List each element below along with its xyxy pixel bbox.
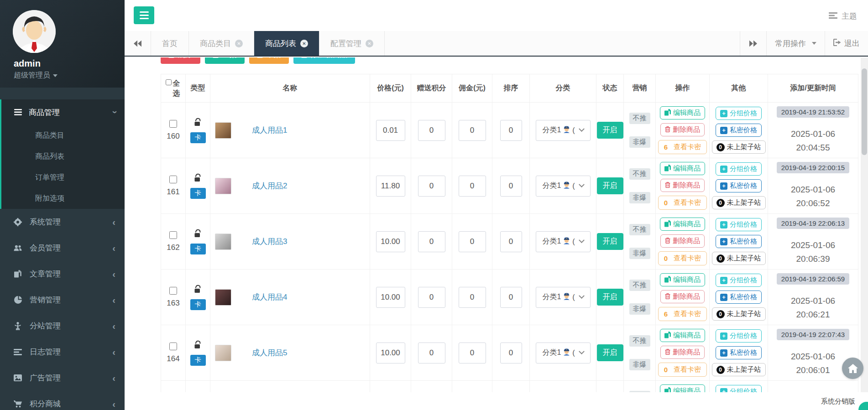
sort-input[interactable] xyxy=(500,120,522,141)
not-recommended-badge[interactable]: 不推 xyxy=(629,168,650,180)
group-price-button[interactable]: +分组价格 xyxy=(716,107,762,120)
points-input[interactable] xyxy=(418,287,445,308)
points-input[interactable] xyxy=(418,231,445,252)
edit-product-button[interactable]: 编辑商品 xyxy=(660,273,705,286)
close-icon[interactable]: ✕ xyxy=(235,40,243,47)
edit-product-button[interactable]: 编辑商品 xyxy=(660,329,705,342)
sort-input[interactable] xyxy=(500,231,522,252)
toolbar-button-3[interactable]: 添加新商品 xyxy=(293,57,355,64)
view-cards-button[interactable]: 6查看卡密 xyxy=(658,307,707,321)
not-recommended-badge[interactable]: 不推 xyxy=(629,113,650,124)
commission-input[interactable] xyxy=(459,176,486,197)
group-price-button[interactable]: +分组价格 xyxy=(716,329,762,343)
sort-input[interactable] xyxy=(500,287,522,308)
product-name-link[interactable]: 成人用品5 xyxy=(252,348,287,358)
product-thumb[interactable] xyxy=(215,289,231,306)
status-toggle-button[interactable]: 开启 xyxy=(597,233,623,250)
price-input[interactable] xyxy=(376,343,405,363)
private-price-button[interactable]: +私密价格 xyxy=(716,346,762,359)
product-thumb[interactable] xyxy=(215,234,231,250)
commission-input[interactable] xyxy=(459,231,486,252)
scroll-tabs-left-button[interactable] xyxy=(125,31,151,56)
commission-input[interactable] xyxy=(459,120,486,141)
row-checkbox[interactable] xyxy=(169,343,177,350)
status-toggle-button[interactable]: 开启 xyxy=(597,344,623,361)
edit-product-button[interactable]: 编辑商品 xyxy=(660,162,705,175)
card-type-badge[interactable]: 卡 xyxy=(190,299,206,310)
offline-substation-button[interactable]: 0未上架子站 xyxy=(712,252,766,265)
price-input[interactable] xyxy=(376,287,405,308)
group-price-button[interactable]: +分组价格 xyxy=(716,274,762,287)
submenu-item-1[interactable]: 商品列表 xyxy=(1,146,125,167)
price-input[interactable] xyxy=(376,120,405,141)
offline-substation-button[interactable]: 0未上架子站 xyxy=(712,196,766,209)
delete-product-button[interactable]: 删除商品 xyxy=(660,179,705,192)
category-select[interactable]: 分类1 ( xyxy=(536,287,591,308)
offline-substation-button[interactable]: 0未上架子站 xyxy=(712,140,766,154)
toolbar-button-2[interactable]: 下架 xyxy=(249,57,289,64)
sidebar-item-system[interactable]: 系统管理 ‹ xyxy=(0,209,125,235)
select-all-checkbox[interactable] xyxy=(166,79,172,85)
commission-input[interactable] xyxy=(459,287,486,308)
submenu-item-2[interactable]: 订单管理 xyxy=(1,167,125,188)
points-input[interactable] xyxy=(418,343,445,363)
card-type-badge[interactable]: 卡 xyxy=(190,244,206,254)
close-icon[interactable]: ✕ xyxy=(300,40,308,47)
tab-item-1[interactable]: 商品类目 ✕ xyxy=(189,31,254,56)
row-checkbox[interactable] xyxy=(169,231,177,239)
row-checkbox[interactable] xyxy=(169,120,177,128)
delete-product-button[interactable]: 删除商品 xyxy=(660,123,705,136)
not-hot-badge[interactable]: 非爆 xyxy=(629,136,650,148)
view-cards-button[interactable]: 0查看卡密 xyxy=(658,196,707,210)
submenu-item-0[interactable]: 商品类目 xyxy=(1,125,125,146)
card-type-badge[interactable]: 卡 xyxy=(190,355,206,366)
edit-product-button[interactable]: 编辑商品 xyxy=(660,384,705,392)
category-select[interactable]: 分类1 ( xyxy=(536,343,591,363)
sidebar-item-ads[interactable]: 广告管理 ‹ xyxy=(0,365,125,391)
product-thumb[interactable] xyxy=(215,122,231,139)
logout-button[interactable]: 退出 xyxy=(825,31,868,56)
scrollbar-thumb[interactable] xyxy=(862,68,867,155)
product-thumb[interactable] xyxy=(215,345,231,361)
offline-substation-button[interactable]: 0未上架子站 xyxy=(712,363,766,376)
category-select[interactable]: 分类1 ( xyxy=(536,176,591,197)
close-icon[interactable]: ✕ xyxy=(366,40,373,47)
sidebar-item-members[interactable]: 会员管理 ‹ xyxy=(0,235,125,261)
hamburger-menu-button[interactable] xyxy=(134,6,154,24)
not-recommended-badge[interactable]: 不推 xyxy=(629,224,650,235)
not-hot-badge[interactable]: 非爆 xyxy=(629,192,650,203)
card-type-badge[interactable]: 卡 xyxy=(190,132,206,143)
product-name-link[interactable]: 成人用品1 xyxy=(252,125,287,135)
status-toggle-button[interactable]: 开启 xyxy=(597,289,623,306)
toolbar-button-1[interactable]: 上架 xyxy=(205,57,245,64)
not-recommended-badge[interactable]: 不推 xyxy=(629,280,650,291)
offline-substation-button[interactable]: 0未上架子站 xyxy=(712,307,766,321)
edit-product-button[interactable]: 编辑商品 xyxy=(660,106,705,119)
points-input[interactable] xyxy=(418,120,445,141)
group-price-button[interactable]: +分组价格 xyxy=(716,218,762,231)
product-name-link[interactable]: 成人用品2 xyxy=(252,181,287,191)
theme-button[interactable]: 主题 xyxy=(829,11,857,21)
delete-product-button[interactable]: 删除商品 xyxy=(660,290,705,303)
delete-product-button[interactable]: 删除商品 xyxy=(660,234,705,248)
row-checkbox[interactable] xyxy=(169,287,177,295)
tab-item-3[interactable]: 配置管理 ✕ xyxy=(319,31,385,56)
delete-product-button[interactable]: 删除商品 xyxy=(660,346,705,359)
tab-item-0[interactable]: 首页 ✕ xyxy=(151,31,189,56)
view-cards-button[interactable]: 6查看卡密 xyxy=(658,140,707,154)
private-price-button[interactable]: +私密价格 xyxy=(716,124,762,137)
private-price-button[interactable]: +私密价格 xyxy=(716,291,762,304)
common-operations-dropdown[interactable]: 常用操作 xyxy=(766,31,825,56)
category-select[interactable]: 分类1 ( xyxy=(536,231,591,252)
submenu-item-3[interactable]: 附加选项 xyxy=(1,188,125,209)
sidebar-item-points-mall[interactable]: 积分商城 ‹ xyxy=(0,391,125,410)
card-type-badge[interactable]: 卡 xyxy=(190,188,206,199)
group-price-button[interactable]: +分组价格 xyxy=(716,162,762,176)
scrollbar[interactable] xyxy=(861,57,868,392)
commission-input[interactable] xyxy=(459,343,486,363)
tab-item-2[interactable]: 商品列表 ✕ xyxy=(254,31,319,56)
price-input[interactable] xyxy=(376,176,405,197)
points-input[interactable] xyxy=(418,176,445,197)
not-hot-badge[interactable]: 非爆 xyxy=(629,248,650,259)
sidebar-item-substation[interactable]: 分站管理 ‹ xyxy=(0,313,125,339)
